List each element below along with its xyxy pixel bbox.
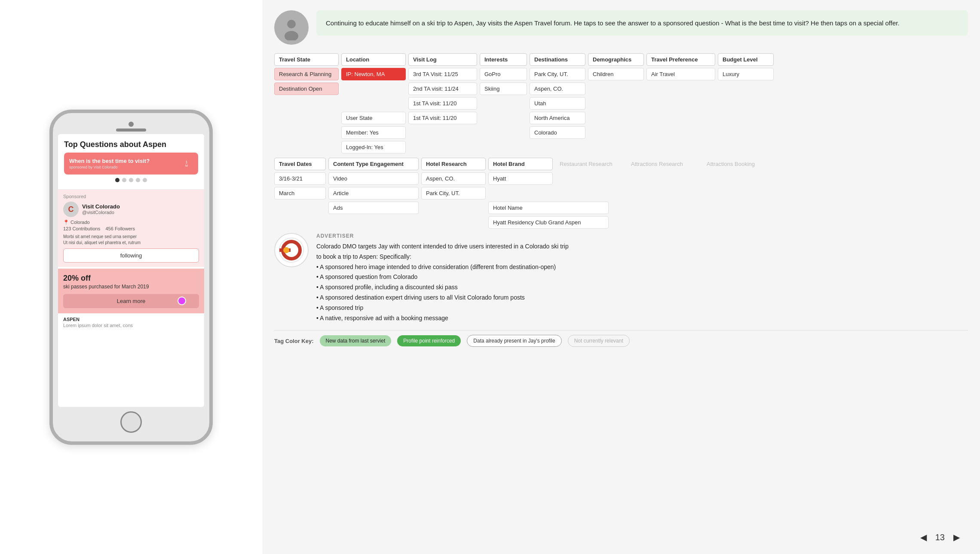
narrative-block: Continuing to educate himself on a ski t…: [274, 10, 968, 45]
legend-reinforced: Profile point reinforced: [397, 335, 461, 346]
home-button[interactable]: [120, 411, 142, 433]
header-content-type: Content Type Engagement: [328, 158, 419, 170]
legend-label: Tag Color Key:: [274, 338, 314, 344]
svg-point-3: [287, 20, 296, 28]
prev-page-button[interactable]: ◀: [917, 531, 930, 544]
data-vl-1ta: 1st TA visit: 11/20: [408, 112, 477, 124]
phone-camera: [129, 122, 134, 127]
user-avatar: [274, 10, 309, 45]
header-travel-pref: Travel Preference: [646, 53, 715, 66]
dot-3: [129, 178, 133, 182]
data-dest-na: North America: [530, 112, 585, 124]
advertiser-desc: Colorado DMO targets Jay with content in…: [316, 242, 968, 323]
question-card[interactable]: When is the best time to visit? sponsore…: [64, 153, 198, 174]
svg-point-8: [283, 247, 289, 253]
data-destinations-1: Park City, UT.: [530, 68, 585, 80]
data-travel-pref-1: Air Travel: [646, 68, 715, 80]
data-user-state: User State: [341, 112, 406, 124]
legend-existing: Data already present in Jay's profile: [467, 335, 561, 347]
data-dest-co: Colorado: [530, 126, 585, 139]
data-visit-log-2: 2nd TA visit: 11/24: [408, 83, 477, 95]
data-interests-3: [480, 97, 527, 110]
data-dates-1: 3/16-3/21: [274, 172, 326, 185]
data-visit-log-1: 3rd TA Visit: 11/25: [408, 68, 477, 80]
follow-button[interactable]: following: [63, 248, 199, 263]
data-destinations-2: Aspen, CO.: [530, 83, 585, 95]
narrative-text: Continuing to educate himself on a ski t…: [316, 10, 968, 36]
dot-indicator: [64, 174, 198, 186]
bullet-2: • A sponsored question from Colorado: [316, 273, 417, 280]
data-hotel-name-val: Hyatt Residency Club Grand Aspen: [488, 216, 609, 229]
page-number: 13: [935, 533, 945, 542]
data-dates-3-empty: [274, 202, 326, 213]
data-hotel-res-2: Park City, UT.: [421, 187, 486, 199]
sponsored-by: sponsored by Visit Colorado: [69, 165, 177, 169]
question-text: When is the best time to visit?: [69, 158, 177, 164]
data-content-3: Ads: [328, 202, 419, 214]
advertiser-logo: [274, 233, 309, 267]
legend-not-relevant: Not currently relevant: [568, 335, 630, 347]
legend-new: New data from last serviet: [320, 335, 392, 346]
header-destinations: Destinations: [530, 53, 585, 66]
profile-name: Visit Colorado: [82, 203, 120, 210]
data-demographics-1: Children: [588, 68, 644, 80]
profile-handle: @visitColorado: [82, 210, 120, 215]
right-panel: Continuing to educate himself on a ski t…: [262, 0, 980, 554]
data-content-2: Article: [328, 187, 419, 199]
data-logged-in: Logged-In: Yes: [341, 141, 406, 153]
bottom-legend: Tag Color Key: New data from last servie…: [274, 330, 968, 347]
data-travel-state-2: Destination Open: [274, 83, 339, 95]
next-page-button[interactable]: ▶: [950, 531, 963, 544]
header-att-booking: Attractions Booking: [702, 158, 775, 170]
aspen-section: ASPEN Lorem ipsum dolor sit amet, cons: [58, 313, 204, 331]
header-attractions: Attractions Research: [627, 158, 700, 170]
data-destinations-3: Utah: [530, 97, 585, 110]
dot-4: [136, 178, 140, 182]
profile-avatar: C: [63, 202, 79, 217]
data-travel-state-3: [274, 97, 339, 110]
data-hotel-name-label: Hotel Name: [488, 202, 609, 214]
header-restaurant: Restaurant Research: [555, 158, 624, 170]
data-demographics-3: [588, 97, 644, 110]
advertiser-label: ADVERTISER: [316, 233, 968, 239]
header-demographics: Demographics: [588, 53, 644, 66]
header-budget: Budget Level: [718, 53, 774, 66]
header-location: Location: [341, 53, 406, 66]
data-location-1: IP: Newton, MA: [341, 68, 406, 80]
data-hotel-brand-1: Hyatt: [488, 172, 553, 185]
header-hotel-brand: Hotel Brand: [488, 158, 553, 170]
bullet-5: • A sponsored trip: [316, 304, 363, 311]
dot-5: [143, 178, 147, 182]
phone-mockup: Top Questions about Aspen When is the be…: [49, 110, 213, 445]
data-budget-3: [718, 97, 774, 110]
sponsored-section: Sponsored C Visit Colorado @visitColorad…: [58, 190, 204, 267]
data-location-2: [341, 83, 406, 95]
learn-more-button[interactable]: Learn more: [63, 294, 199, 308]
advertiser-block: ADVERTISER Colorado DMO targets Jay with…: [274, 233, 968, 323]
dot-1: [115, 178, 119, 182]
data-hotel-res-1: Aspen, CO.: [421, 172, 486, 185]
data-hotel-res-3-empty: [421, 202, 486, 213]
profile-row: C Visit Colorado @visitColorado: [63, 202, 199, 217]
pagination: ◀ 13 ▶: [917, 531, 963, 544]
phone-screen: Top Questions about Aspen When is the be…: [58, 134, 204, 407]
dot-2: [122, 178, 126, 182]
bullet-3: • A sponsored profile, including a disco…: [316, 284, 458, 291]
data-ts-empty: [274, 112, 339, 123]
location-row: 📍 Colorado: [63, 220, 199, 225]
data-member: Member: Yes: [341, 126, 406, 139]
offer-section: 20% off ski passes purchased for March 2…: [58, 269, 204, 313]
advertiser-text: ADVERTISER Colorado DMO targets Jay with…: [316, 233, 968, 323]
profile-desc: Morbi sit amet neque sed urna semper Ut …: [63, 234, 199, 246]
phone-speaker: [116, 129, 146, 132]
data-visit-log-3: 1st TA visit: 11/20: [408, 97, 477, 110]
screen-header: Top Questions about Aspen When is the be…: [58, 134, 204, 190]
offer-subtitle: ski passes purchased for March 2019: [63, 284, 199, 290]
data-travel-pref-3: [646, 97, 715, 110]
bullet-4: • A sponsored destination expert driving…: [316, 294, 525, 301]
data-demographics-2: [588, 83, 644, 95]
stats-row: 123 Contributions 456 Followers: [63, 226, 199, 231]
data-travel-pref-2: [646, 83, 715, 95]
data-budget-2: [718, 83, 774, 95]
offer-title: 20% off: [63, 274, 199, 283]
